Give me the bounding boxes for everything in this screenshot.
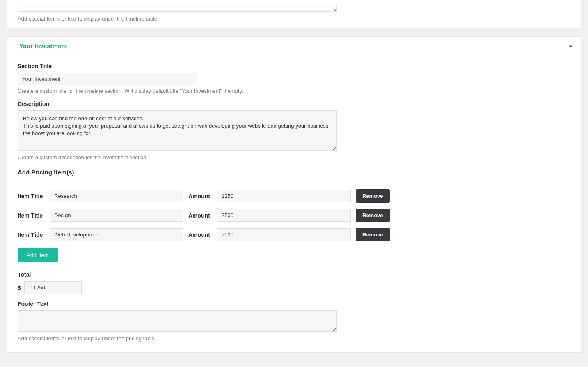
section-title-input[interactable]: [18, 73, 197, 85]
footer-text-help: Add special terms or text to display und…: [18, 335, 570, 342]
footer-text-label: Footer Text: [18, 300, 570, 307]
remove-button[interactable]: Remove: [356, 228, 390, 241]
description-label: Description: [18, 101, 570, 107]
remove-button[interactable]: Remove: [356, 189, 390, 203]
add-item-button[interactable]: Add Item: [18, 248, 58, 262]
pricing-items-heading: Add Pricing Item(s): [18, 169, 570, 179]
currency-symbol: $: [18, 284, 21, 291]
item-title-input[interactable]: [50, 190, 183, 202]
amount-input[interactable]: [217, 228, 351, 241]
collapse-icon: [569, 45, 573, 47]
timeline-footer-help: Add special terms or text to display und…: [18, 16, 570, 22]
pricing-row: Item TitleAmountRemove: [18, 209, 570, 222]
item-title-label: Item Title: [18, 212, 45, 219]
amount-label: Amount: [188, 193, 212, 200]
remove-button[interactable]: Remove: [356, 209, 390, 222]
item-title-label: Item Title: [18, 193, 45, 200]
section-title-help: Create a custom title for the timeline s…: [18, 88, 570, 94]
amount-input[interactable]: [217, 209, 351, 222]
description-help: Create a custom description for the inve…: [18, 154, 570, 161]
item-title-input[interactable]: [50, 228, 183, 241]
investment-panel: Your Investment Section Title Create a c…: [7, 36, 581, 353]
pricing-row: Item TitleAmountRemove: [18, 228, 570, 241]
amount-label: Amount: [188, 232, 212, 238]
total-input[interactable]: [24, 281, 82, 294]
item-title-input[interactable]: [50, 209, 183, 222]
footer-text-textarea[interactable]: [18, 310, 337, 332]
pricing-row: Item TitleAmountRemove: [18, 189, 570, 203]
investment-accordion-title: Your Investment: [19, 42, 67, 49]
pricing-rows-container: Item TitleAmountRemoveItem TitleAmountRe…: [18, 189, 570, 241]
amount-input[interactable]: [217, 190, 351, 202]
item-title-label: Item Title: [18, 232, 45, 238]
section-title-label: Section Title: [18, 63, 570, 69]
total-label: Total: [18, 271, 570, 278]
amount-label: Amount: [188, 212, 212, 219]
investment-accordion-header[interactable]: Your Investment: [7, 37, 581, 55]
timeline-footer-panel: Add special terms or text to display und…: [7, 0, 581, 28]
timeline-footer-textarea[interactable]: [18, 5, 337, 12]
description-textarea[interactable]: [18, 110, 337, 151]
